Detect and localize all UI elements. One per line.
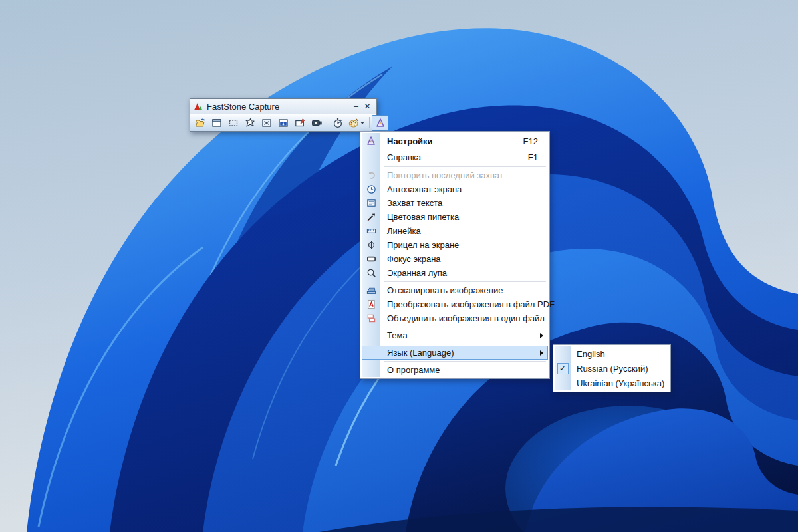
close-button[interactable]: ✕	[362, 101, 373, 112]
menu-separator	[384, 344, 546, 344]
capture-active-window-icon	[211, 118, 222, 128]
menu-item-capture-text[interactable]: Захват текста	[362, 196, 548, 210]
open-file-icon	[195, 118, 205, 128]
menu-item-help[interactable]: Справка F1	[362, 149, 548, 165]
delay-timer-button[interactable]	[329, 115, 346, 131]
submenu-item-label: Ukrainian (Українська)	[571, 378, 669, 388]
checkmark-icon: ✓	[557, 363, 569, 374]
screen-recorder-icon	[311, 118, 322, 128]
menu-item-label: Тема	[380, 331, 540, 340]
menu-item-label: Повторить последний захват	[380, 170, 548, 180]
pdf-icon	[366, 299, 376, 309]
undo-icon	[366, 170, 376, 180]
toolbar-separator	[327, 117, 327, 128]
scanner-icon	[366, 285, 376, 295]
menu-item-label: Отсканировать изображение	[380, 285, 548, 295]
capture-freehand-icon	[245, 118, 255, 128]
menu-item-convert-to-pdf[interactable]: Преобразовать изображения в файл PDF	[362, 297, 548, 311]
menu-item-about[interactable]: О программе	[362, 363, 548, 377]
titlebar[interactable]: FastStone Capture – ✕	[190, 99, 376, 114]
menu-item-repeat-last-capture[interactable]: Повторить последний захват	[362, 168, 548, 182]
ruler-icon	[366, 226, 376, 236]
submenu-arrow-icon	[540, 350, 543, 356]
crosshair-icon	[366, 240, 376, 250]
join-images-icon	[366, 313, 376, 323]
toolbar	[190, 114, 376, 131]
clock-icon	[366, 184, 376, 194]
menu-item-screen-focus[interactable]: Фокус экрана	[362, 252, 548, 266]
menu-separator	[384, 281, 546, 282]
capture-scrolling-window-button[interactable]	[275, 115, 291, 131]
menu-item-label: Автозахват экрана	[380, 184, 548, 194]
menu-item-join-images[interactable]: Объединить изображения в один файл	[362, 311, 548, 325]
capture-fixed-region-icon	[295, 118, 305, 128]
delay-timer-icon	[332, 118, 343, 128]
capture-fullscreen-button[interactable]	[258, 115, 275, 131]
open-file-button[interactable]	[192, 115, 208, 131]
menu-item-label: О программе	[380, 365, 548, 375]
menu-item-label: Цветовая пипетка	[380, 212, 548, 222]
menu-item-label: Линейка	[380, 226, 548, 236]
menu-item-label: Справка	[380, 152, 528, 162]
faststone-capture-window: FastStone Capture – ✕	[190, 98, 377, 132]
magnifier-icon	[366, 268, 376, 278]
eyedropper-icon	[366, 212, 376, 222]
submenu-item-english[interactable]: English	[555, 346, 669, 361]
submenu-item-russian[interactable]: ✓ Russian (Русский)	[555, 361, 669, 376]
submenu-arrow-icon	[540, 333, 543, 338]
menu-item-label: Захват текста	[380, 198, 548, 208]
settings-button[interactable]	[372, 115, 388, 131]
menu-item-label: Объединить изображения в один файл	[380, 313, 548, 323]
minimize-button[interactable]: –	[350, 101, 362, 112]
palette-dropdown-arrow-icon	[360, 122, 364, 124]
edit-palette-button[interactable]	[346, 115, 367, 131]
submenu-item-ukrainian[interactable]: Ukrainian (Українська)	[555, 376, 669, 390]
screen-recorder-button[interactable]	[308, 115, 325, 131]
settings-menu: Настройки F12 Справка F1 Повторить после…	[360, 131, 550, 379]
menu-separator	[384, 361, 546, 362]
menu-item-screen-crosshair[interactable]: Прицел на экране	[362, 238, 548, 252]
menu-item-screen-magnifier[interactable]: Экранная лупа	[362, 266, 548, 280]
menu-item-label: Прицел на экране	[380, 240, 548, 250]
focus-icon	[366, 254, 376, 264]
menu-item-label: Фокус экрана	[380, 254, 548, 264]
capture-rectangle-icon	[228, 118, 239, 128]
settings-icon	[375, 118, 386, 128]
capture-rectangle-button[interactable]	[225, 115, 241, 131]
settings-icon	[366, 136, 376, 146]
menu-item-ruler[interactable]: Линейка	[362, 224, 548, 238]
capture-freehand-button[interactable]	[241, 115, 258, 131]
menu-item-label: Язык (Language)	[380, 348, 540, 358]
menu-item-label: Настройки	[380, 136, 523, 146]
menu-item-scan-image[interactable]: Отсканировать изображение	[362, 283, 548, 297]
submenu-item-label: English	[571, 349, 669, 359]
menu-item-shortcut: F1	[528, 152, 548, 162]
window-title: FastStone Capture	[207, 102, 350, 112]
capture-active-window-button[interactable]	[208, 115, 225, 131]
menu-item-label: Экранная лупа	[380, 268, 548, 278]
capture-scrolling-window-icon	[278, 118, 289, 128]
menu-separator	[384, 166, 546, 167]
menu-item-shortcut: F12	[523, 136, 548, 146]
text-capture-icon	[366, 198, 376, 208]
menu-item-theme[interactable]: Тема	[362, 329, 548, 342]
edit-palette-icon	[348, 118, 359, 128]
menu-item-color-picker[interactable]: Цветовая пипетка	[362, 210, 548, 224]
capture-fullscreen-icon	[261, 118, 272, 128]
app-logo-icon	[194, 102, 203, 111]
menu-separator	[384, 327, 546, 327]
submenu-item-label: Russian (Русский)	[571, 364, 669, 374]
toolbar-separator	[369, 117, 370, 128]
capture-fixed-region-button[interactable]	[291, 115, 308, 131]
menu-item-auto-capture[interactable]: Автозахват экрана	[362, 182, 548, 196]
menu-item-label: Преобразовать изображения в файл PDF	[380, 299, 555, 309]
menu-item-language[interactable]: Язык (Language)	[362, 346, 548, 360]
language-submenu: English ✓ Russian (Русский) Ukrainian (У…	[553, 344, 671, 392]
menu-item-settings[interactable]: Настройки F12	[362, 133, 548, 149]
